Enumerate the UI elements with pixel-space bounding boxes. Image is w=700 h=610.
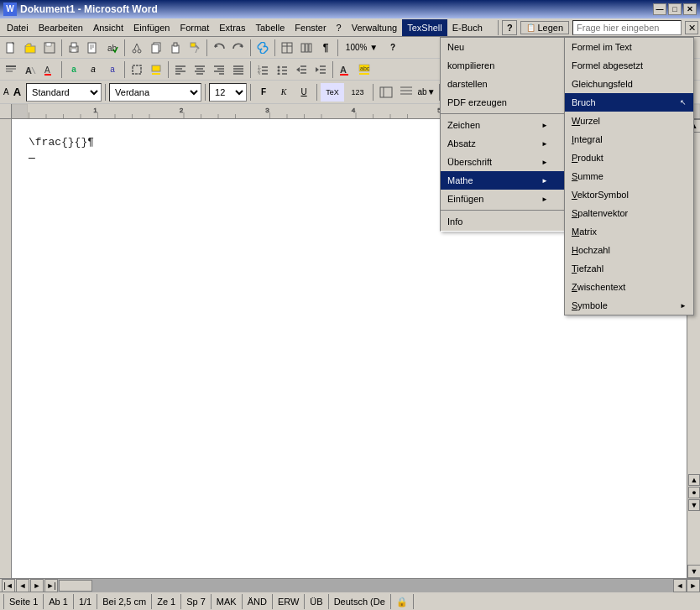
menu-bearbeiten[interactable]: Bearbeiten (34, 19, 88, 36)
spellcheck-button[interactable]: ab (103, 39, 122, 57)
undo-button[interactable] (210, 39, 228, 57)
submenu-zwischentext[interactable]: Zwischentext (565, 278, 693, 296)
tb2-outline[interactable] (128, 60, 146, 79)
tb2-numbering[interactable]: 1.2.3. (253, 60, 272, 79)
tb2-justify[interactable] (229, 60, 248, 79)
submenu-tiefzahl[interactable]: Tiefzahl (565, 259, 693, 278)
scroll-first-button[interactable]: |◄ (2, 579, 15, 592)
math-button[interactable]: 123 (346, 83, 369, 102)
tb2-align-left[interactable] (171, 60, 190, 79)
browse-select-button[interactable]: ● (688, 487, 700, 498)
hyperlink-button[interactable] (253, 39, 272, 57)
format-extra2[interactable] (397, 83, 415, 102)
tb2-align-center[interactable] (191, 60, 209, 79)
table-button[interactable] (278, 39, 296, 57)
menu-fenster[interactable]: Fenster (290, 19, 331, 36)
tb2-style3[interactable]: a (103, 60, 122, 79)
font-size-decrease[interactable]: A (2, 87, 11, 96)
zoom-dropdown[interactable]: 100% ▼ (341, 39, 383, 57)
style-select[interactable]: Standard (26, 83, 102, 102)
submenu-integral[interactable]: Integral (565, 130, 693, 149)
menu-datei[interactable]: Datei (2, 19, 34, 36)
submenu-formel-abgesetzt[interactable]: Formel abgesetzt (565, 56, 693, 75)
help-q-button[interactable]: ? (384, 39, 402, 57)
submenu-summe[interactable]: Summe (565, 167, 693, 185)
tb2-btn3[interactable]: A (40, 60, 59, 79)
format-extra1[interactable] (377, 83, 395, 102)
menu-ebuch[interactable]: E-Buch (447, 19, 488, 36)
format-extra3[interactable]: ab▼ (417, 83, 436, 102)
scroll-prev-button[interactable]: ◄ (16, 579, 29, 592)
copy-button[interactable] (147, 39, 165, 57)
tb2-style2[interactable]: a (84, 60, 102, 79)
menu-einfuegen-sub[interactable]: Einfügen ► (441, 190, 565, 208)
hscroll-thumb[interactable] (59, 580, 92, 592)
menu-extras[interactable]: Extras (214, 19, 250, 36)
scroll-next-button[interactable]: ► (30, 579, 44, 592)
menu-pdf-erzeugen[interactable]: PDF erzeugen (441, 93, 565, 112)
submenu-wurzel[interactable]: Wurzel (565, 112, 693, 130)
menu-mathe[interactable]: Mathe ► (441, 171, 565, 190)
font-select[interactable]: Verdana (109, 83, 201, 102)
menu-kompilieren[interactable]: kompilieren (441, 56, 565, 75)
italic-button[interactable]: K (274, 83, 293, 102)
menu-tabelle[interactable]: Tabelle (250, 19, 290, 36)
submenu-formel-text[interactable]: Formel im Text (565, 38, 693, 56)
close-window-button[interactable]: ✕ (683, 3, 697, 15)
menu-info[interactable]: Info (441, 212, 565, 231)
browse-down-button[interactable]: ▼ (688, 499, 700, 511)
scroll-last-button[interactable]: ►| (44, 579, 58, 592)
fontsize-select[interactable]: 12 (209, 83, 247, 102)
tb2-decrease-indent[interactable] (292, 60, 311, 79)
menu-darstellen[interactable]: darstellen (441, 75, 565, 93)
tb2-increase-indent[interactable] (311, 60, 330, 79)
maximize-button[interactable]: □ (668, 3, 682, 15)
submenu-hochzahl[interactable]: Hochzahl (565, 241, 693, 259)
submenu-matrix[interactable]: Matrix (565, 222, 693, 241)
search-close-button[interactable]: ✕ (685, 21, 698, 34)
submenu-vektorsymbol[interactable]: VektorSymbol (565, 185, 693, 204)
submenu-bruch[interactable]: Bruch ↖ (565, 93, 693, 112)
menu-neu[interactable]: Neu (441, 38, 565, 56)
browse-up-button[interactable]: ▲ (688, 474, 700, 486)
submenu-produkt[interactable]: Produkt (565, 149, 693, 167)
menu-verwaltung[interactable]: Verwaltung (347, 19, 402, 36)
search-input[interactable] (572, 20, 682, 35)
format-painter-button[interactable] (185, 39, 204, 57)
print-button[interactable] (65, 39, 83, 57)
menu-ansicht[interactable]: Ansicht (88, 19, 128, 36)
submenu-symbole[interactable]: Symbole ► (565, 296, 693, 315)
menu-fragezeichen[interactable]: ? (332, 19, 347, 36)
tb2-btn1[interactable] (2, 60, 20, 79)
hscroll-right[interactable]: ► (687, 579, 700, 592)
scroll-down-button[interactable]: ▼ (687, 565, 700, 578)
tb2-style1[interactable]: a (65, 60, 83, 79)
tb2-align-right[interactable] (210, 60, 228, 79)
menu-ueberschrift[interactable]: Überschrift ► (441, 153, 565, 171)
hscroll-left[interactable]: ◄ (673, 579, 687, 592)
submenu-spaltenvektor[interactable]: Spaltenvektor (565, 204, 693, 222)
tb2-bullets[interactable] (273, 60, 291, 79)
bold-button[interactable]: F (254, 83, 273, 102)
underline-button[interactable]: U (295, 83, 313, 102)
submenu-gleichungsfeld[interactable]: Gleichungsfeld (565, 75, 693, 93)
minimize-button[interactable]: — (653, 3, 666, 15)
columns-button[interactable] (297, 39, 316, 57)
preview-button[interactable] (84, 39, 102, 57)
hscroll-track[interactable] (58, 579, 673, 592)
menu-absatz[interactable]: Absatz ► (441, 134, 565, 153)
tb2-fill[interactable] (147, 60, 165, 79)
paste-button[interactable] (166, 39, 185, 57)
open-button[interactable] (21, 39, 39, 57)
tb2-btn2[interactable]: A (21, 60, 39, 79)
tex-bold-button[interactable]: TeX (321, 83, 344, 102)
font-size-increase[interactable]: A (12, 86, 23, 98)
new-button[interactable] (2, 39, 20, 57)
tb2-highlight[interactable]: abc (355, 60, 374, 79)
menu-format[interactable]: Format (175, 19, 214, 36)
redo-button[interactable] (229, 39, 248, 57)
show-hide-button[interactable]: ¶ (316, 39, 335, 57)
menu-einfuegen[interactable]: Einfügen (128, 19, 175, 36)
legen-button[interactable]: 📋 Legen (520, 21, 569, 34)
menu-zeichen[interactable]: Zeichen ► (441, 116, 565, 134)
